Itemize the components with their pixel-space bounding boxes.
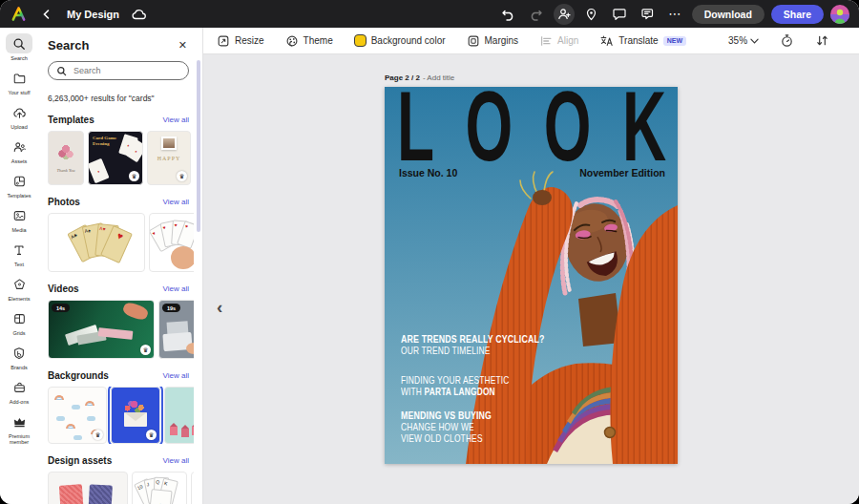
translate-button[interactable]: Translate NEW [599, 34, 686, 48]
cover-headline-1: ARE TRENDS REALLY CYCLICAL? OUR TREND TI… [401, 333, 545, 356]
rail-item-text[interactable]: Text [1, 240, 37, 267]
context-toolbar: Resize Theme Background color Margins Al… [203, 28, 859, 54]
view-all-backgrounds-link[interactable]: View all [163, 371, 189, 380]
asset-thumb-hand-pointer[interactable] [191, 472, 194, 504]
media-icon [6, 205, 32, 225]
template-title: Card Game Evening [93, 136, 121, 146]
rail-item-search[interactable]: Search [1, 33, 37, 61]
text-icon [6, 240, 32, 260]
asset-thumb-royal-flush[interactable]: 10 J Q K ♠ [132, 472, 187, 504]
envelope-graphic [124, 412, 147, 427]
close-icon[interactable]: ✕ [177, 37, 189, 53]
view-all-templates-link[interactable]: View all [163, 116, 189, 124]
view-all-design-assets-link[interactable]: View all [163, 456, 189, 465]
template-thumb-card-game[interactable]: Card Game Evening ♦ ♦ ♦ ♛ [88, 131, 143, 185]
theme-button[interactable]: Theme [285, 34, 333, 48]
view-all-photos-link[interactable]: View all [163, 198, 189, 206]
duration-badge: 14s [52, 304, 70, 312]
section-title-videos: Videos [48, 284, 79, 294]
translate-icon [599, 34, 614, 48]
resize-button[interactable]: Resize [217, 34, 264, 48]
cover-masthead: LOOK [397, 89, 666, 165]
duration-badge: 19s [162, 304, 180, 312]
panel-scrollbar[interactable] [197, 60, 200, 232]
video-thumb-laptop[interactable]: 19s [158, 300, 194, 359]
share-button[interactable]: Share [771, 5, 824, 24]
card-graphic [88, 484, 113, 504]
template-thumb-thank-you[interactable]: Thank You [48, 131, 84, 185]
hand-graphic [186, 343, 194, 354]
top-bar: My Design ⋯ Downl [0, 0, 859, 28]
rail-item-premium[interactable]: Premium member [1, 411, 37, 445]
zoom-control[interactable]: 35% [728, 35, 759, 46]
rail-item-media[interactable]: Media [1, 205, 37, 233]
page-duration-icon[interactable] [780, 32, 794, 51]
align-button[interactable]: Align [539, 34, 578, 48]
rail-item-add-ons[interactable]: Add-ons [1, 377, 37, 405]
reorder-pages-icon[interactable] [815, 32, 829, 51]
invite-collaborator-icon[interactable] [554, 4, 575, 25]
editor-stage: Resize Theme Background color Margins Al… [203, 28, 859, 504]
view-all-videos-link[interactable]: View all [163, 284, 189, 293]
resize-icon [217, 34, 230, 48]
search-panel: Search ✕ 6,263,000+ results for "cards" … [38, 28, 203, 504]
margins-button[interactable]: Margins [467, 34, 519, 48]
photo-thumb-aces[interactable]: A♣ A♠ A♥ ♥ [48, 213, 145, 272]
premium-crown-badge: ♛ [177, 171, 187, 181]
templates-icon [6, 171, 32, 191]
rail-item-elements[interactable]: Elements [1, 274, 37, 302]
left-rail: Search Your stuff Upload Assets Template… [0, 28, 38, 504]
add-ons-icon [6, 377, 32, 397]
brands-shield-icon [6, 343, 32, 363]
undo-icon[interactable] [498, 4, 519, 25]
background-thumb-rainbows[interactable]: ♛ [48, 387, 107, 444]
photos-row: A♣ A♠ A♥ ♥ ♥ ♥ ♥ ♥ [48, 213, 194, 272]
panel-title: Search [48, 38, 89, 52]
rail-item-your-stuff[interactable]: Your stuff [1, 68, 37, 95]
edition-label: November Edition [579, 167, 665, 178]
card-graphic [59, 484, 84, 504]
adobe-express-logo-icon[interactable] [10, 6, 27, 23]
rail-item-assets[interactable]: Assets [1, 136, 37, 164]
template-thumb-happy[interactable]: HAPPY ♛ [147, 131, 191, 185]
search-input-wrapper[interactable] [48, 61, 189, 80]
background-color-swatch [354, 34, 367, 47]
issue-number: Issue No. 10 [399, 167, 457, 178]
comment-icon[interactable] [609, 4, 630, 25]
previous-page-chevron[interactable]: ‹ [217, 298, 222, 316]
account-avatar[interactable] [830, 5, 849, 24]
search-icon [56, 66, 67, 76]
photo-thumb-hand-cards[interactable]: ♥ ♥ ♥ ♥ [149, 213, 194, 272]
app-window: My Design ⋯ Downl [0, 0, 859, 504]
asset-thumb-card-backs[interactable]: ♛ [48, 472, 128, 504]
rail-item-grids[interactable]: Grids [1, 308, 37, 336]
design-page-cover[interactable]: LOOK Issue No. 10 November Edition ARE T… [385, 87, 678, 464]
cloud-sync-icon[interactable] [129, 4, 150, 25]
background-thumb-winter[interactable] [164, 387, 194, 444]
background-color-button[interactable]: Background color [354, 34, 446, 47]
rail-item-upload[interactable]: Upload [1, 102, 37, 130]
template-word: HAPPY [157, 156, 181, 161]
feedback-chat-icon[interactable] [637, 4, 658, 25]
new-badge: NEW [663, 36, 686, 46]
rail-item-templates[interactable]: Templates [1, 171, 37, 199]
page-label[interactable]: Page 2 / 2 - Add title [385, 74, 678, 82]
location-pin-icon[interactable] [581, 4, 602, 25]
premium-crown-badge: ♛ [129, 171, 139, 181]
backgrounds-row: ♛ ♛ [48, 387, 194, 444]
download-button[interactable]: Download [692, 5, 765, 24]
chevron-down-icon [750, 38, 759, 44]
overflow-menu-icon[interactable]: ⋯ [664, 4, 685, 25]
rail-item-brands[interactable]: Brands [1, 343, 37, 370]
redo-icon[interactable] [526, 4, 547, 25]
back-chevron-icon[interactable] [36, 4, 57, 25]
video-thumb-shuffle[interactable]: 14s ♛ [48, 300, 155, 359]
document-title[interactable]: My Design [67, 9, 119, 20]
template-caption: Thank You [57, 168, 75, 173]
align-icon [539, 34, 553, 48]
search-input[interactable] [72, 65, 177, 76]
background-thumb-envelope-selected[interactable]: ♛ [111, 387, 160, 444]
premium-crown-badge: ♛ [140, 345, 151, 355]
section-title-templates: Templates [48, 115, 94, 125]
grids-icon [6, 308, 32, 328]
